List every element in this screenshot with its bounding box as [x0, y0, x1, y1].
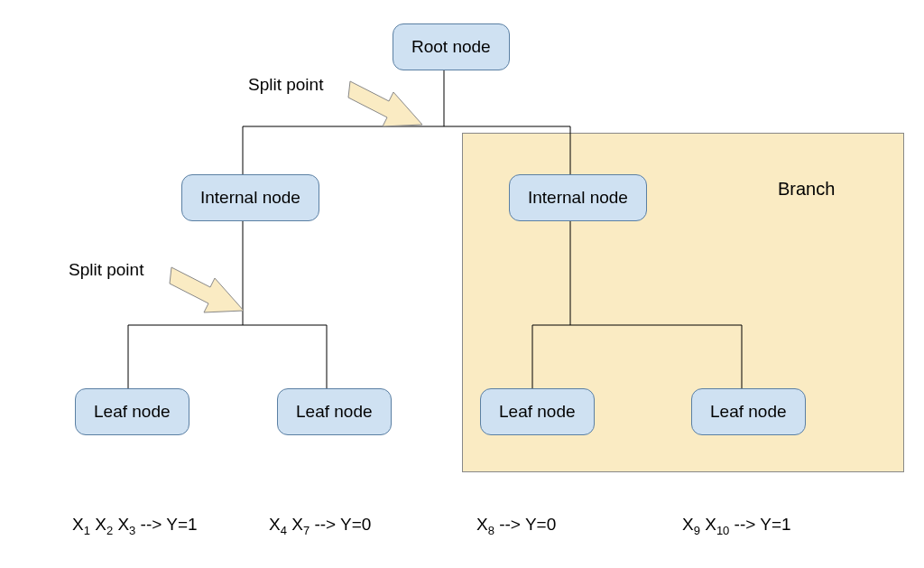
- leaf-node-3: Leaf node: [480, 388, 595, 435]
- output-4: X9 X10 --> Y=1: [682, 515, 791, 537]
- output-3: X8 --> Y=0: [476, 515, 556, 537]
- output-2: X4 X7 --> Y=0: [269, 515, 371, 537]
- svg-marker-0: [348, 81, 422, 126]
- split-point-label-1: Split point: [248, 75, 323, 95]
- svg-marker-1: [170, 267, 244, 312]
- output-1: X1 X2 X3 --> Y=1: [72, 515, 198, 537]
- split-point-label-2: Split point: [69, 260, 143, 280]
- split-arrow-2: [161, 265, 251, 329]
- leaf-node-4: Leaf node: [691, 388, 806, 435]
- leaf-node-2: Leaf node: [277, 388, 392, 435]
- branch-label: Branch: [778, 179, 835, 200]
- root-node: Root node: [393, 23, 510, 70]
- internal-node-left: Internal node: [181, 174, 319, 221]
- internal-node-right: Internal node: [509, 174, 647, 221]
- leaf-node-1: Leaf node: [75, 388, 189, 435]
- split-arrow-1: [339, 79, 430, 143]
